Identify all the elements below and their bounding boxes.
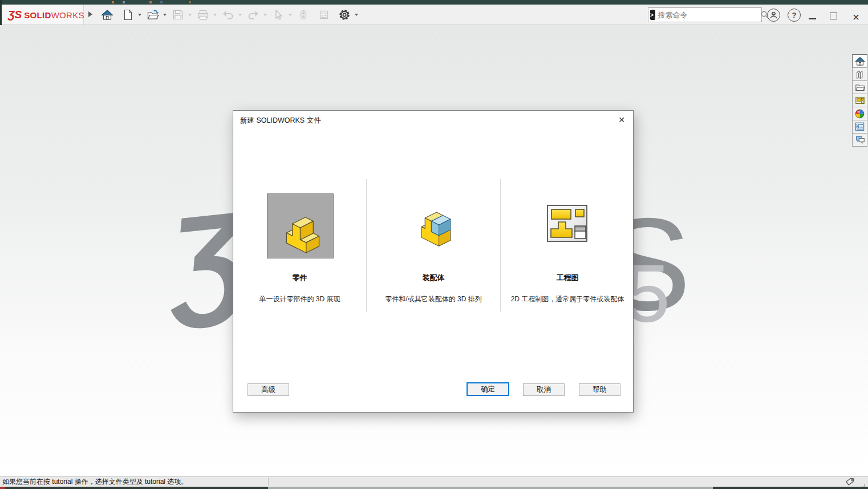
new-document-dialog: 新建 SOLIDWORKS 文件 ✕ — [233, 110, 634, 413]
taskpane-tab-design-library[interactable] — [852, 67, 867, 81]
touch-mode-button[interactable] — [297, 8, 310, 22]
drawing-icon — [547, 205, 588, 243]
template-assembly-description: 零件和/或其它装配体的 3D 排列 — [367, 294, 500, 304]
template-drawing-label: 工程图 — [501, 273, 634, 283]
select-button[interactable] — [271, 8, 285, 22]
display-options-button[interactable] — [317, 8, 331, 22]
settings-dropdown[interactable] — [355, 14, 358, 16]
fleck — [123, 1, 125, 3]
ds-logo-mark: ƷS — [8, 9, 22, 21]
home-icon — [101, 9, 113, 21]
column-divider — [366, 179, 367, 312]
search-input[interactable] — [655, 11, 760, 19]
save-icon — [172, 9, 184, 21]
undo-dropdown — [238, 14, 242, 16]
folder-icon — [855, 83, 865, 92]
fleck — [149, 1, 152, 3]
taskpane-tab-appearances[interactable] — [852, 107, 867, 120]
status-divider — [268, 478, 269, 486]
properties-form-icon — [855, 122, 865, 131]
template-drawing-description: 2D 工程制图，通常属于零件或装配体 — [501, 294, 634, 304]
desktop-edge-strip — [0, 0, 868, 5]
home-button[interactable] — [100, 8, 114, 22]
taskpane-tab-home[interactable] — [852, 54, 867, 68]
template-part[interactable] — [267, 193, 334, 258]
books-icon — [855, 70, 865, 79]
task-pane-tabs — [852, 55, 867, 147]
save-button[interactable] — [171, 8, 185, 22]
template-drawing[interactable] — [547, 205, 588, 243]
solidworks-logo: ƷSSOLIDWORKS — [0, 5, 84, 25]
status-message: 如果您当前在按 tutorial 操作，选择文件类型及 tutorial 选项。 — [2, 478, 188, 486]
question-icon: ? — [792, 11, 797, 19]
view-palette-icon — [855, 96, 865, 105]
open-button[interactable] — [146, 8, 160, 22]
taskpane-tab-forum[interactable] — [852, 133, 867, 147]
home-icon — [855, 56, 865, 66]
print-button[interactable] — [196, 8, 210, 22]
dialog-close-button[interactable]: ✕ — [616, 114, 627, 126]
open-icon — [147, 9, 160, 21]
bottom-dark-left — [0, 487, 268, 489]
help-button-dialog[interactable]: 帮助 — [579, 383, 620, 396]
gear-icon — [338, 9, 351, 21]
template-part-description: 单一设计零部件的 3D 展现 — [233, 294, 366, 304]
new-document-dropdown[interactable] — [138, 14, 141, 16]
solidworks-window: ƷSSOLIDWORKS — [0, 0, 868, 489]
template-assembly-label: 装配体 — [367, 273, 500, 283]
open-dropdown[interactable] — [163, 14, 167, 16]
bottom-dark-right — [713, 487, 868, 489]
appearances-sphere-icon — [855, 109, 865, 119]
advanced-button[interactable]: 高级 — [248, 383, 289, 396]
display-options-icon — [318, 9, 330, 21]
taskpane-tab-custom-properties[interactable] — [852, 120, 867, 134]
command-prompt-icon: >_ — [650, 10, 655, 20]
brand-text: ƷSSOLIDWORKS — [8, 9, 84, 21]
bottom-edge-strip — [0, 487, 868, 489]
cancel-button[interactable]: 取消 — [523, 383, 565, 396]
help-button[interactable]: ? — [788, 9, 801, 22]
taskpane-tab-file-explorer[interactable] — [852, 80, 867, 94]
redo-dropdown — [263, 14, 267, 16]
minimize-button[interactable] — [805, 10, 820, 25]
status-bar: 如果您当前在按 tutorial 操作，选择文件类型及 tutorial 选项。 — [0, 476, 868, 487]
new-document-icon — [121, 9, 134, 21]
template-assembly[interactable] — [411, 196, 457, 249]
taskpane-tab-view-palette[interactable] — [852, 94, 867, 107]
titlebar: ƷSSOLIDWORKS — [0, 5, 868, 25]
select-cursor-icon — [272, 9, 285, 21]
select-dropdown — [289, 14, 292, 16]
settings-button[interactable] — [338, 8, 351, 22]
part-icon — [275, 197, 326, 255]
touch-mode-icon — [297, 9, 310, 21]
dialog-title: 新建 SOLIDWORKS 文件 — [240, 116, 321, 126]
command-search[interactable]: >_ — [648, 7, 762, 22]
print-icon — [197, 9, 209, 21]
window-left-edge — [0, 0, 2, 25]
minimize-icon — [809, 18, 816, 19]
user-icon — [769, 11, 778, 19]
column-divider — [500, 179, 501, 312]
account-button[interactable] — [767, 9, 780, 22]
fleck — [189, 1, 191, 3]
redo-icon — [247, 9, 259, 21]
chat-bubbles-icon — [855, 135, 865, 144]
fleck — [160, 1, 163, 3]
maximize-button[interactable] — [830, 13, 837, 19]
bottom-red-fleck — [0, 487, 5, 489]
print-dropdown — [213, 14, 217, 16]
assembly-icon — [412, 197, 456, 248]
undo-button[interactable] — [221, 8, 235, 22]
undo-icon — [222, 9, 234, 21]
ok-button[interactable]: 确定 — [467, 382, 509, 396]
fleck — [112, 1, 114, 3]
template-part-label: 零件 — [233, 273, 366, 283]
redo-button[interactable] — [246, 8, 260, 22]
quick-access-toolbar — [100, 5, 363, 25]
menu-flyout-arrow[interactable] — [88, 11, 92, 17]
save-dropdown — [188, 14, 192, 16]
new-document-button[interactable] — [121, 8, 135, 22]
window-close-button[interactable]: ✕ — [850, 11, 862, 23]
